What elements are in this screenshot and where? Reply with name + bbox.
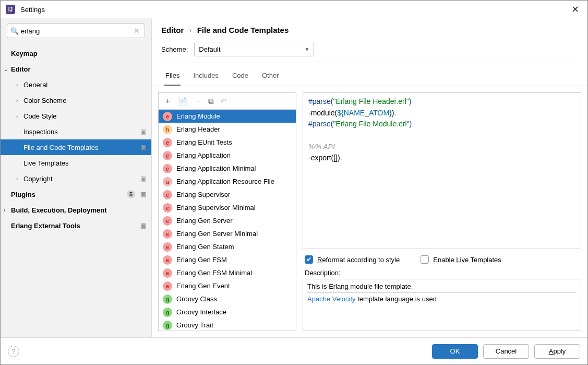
- sidebar-item-live-templates[interactable]: Live Templates: [1, 155, 151, 171]
- template-item[interactable]: eErlang Gen Event: [159, 279, 296, 292]
- sidebar-item-copyright[interactable]: ›Copyright▣: [1, 171, 151, 186]
- ok-button[interactable]: OK: [432, 344, 478, 359]
- template-item[interactable]: eErlang EUnit Tests: [159, 136, 296, 149]
- template-name: Erlang Supervisor: [176, 191, 230, 198]
- workarea: ＋ 📄 － ⧉ ↶ eErlang ModulehErlang HeadereE…: [152, 86, 587, 337]
- project-scope-icon: ▣: [140, 144, 146, 151]
- breadcrumb-root[interactable]: Editor: [161, 26, 184, 34]
- template-editor[interactable]: #parse("Erlang File Header.erl") -module…: [303, 92, 581, 249]
- template-item[interactable]: gGroovy Class: [159, 292, 296, 305]
- search-field[interactable]: 🔍 ✕: [7, 23, 145, 38]
- scheme-select[interactable]: Default ▼: [194, 42, 314, 56]
- sidebar-item-inspections[interactable]: Inspections▣: [1, 124, 151, 139]
- sidebar-item-file-and-code-templates[interactable]: File and Code Templates▣: [1, 139, 151, 155]
- template-toolbar: ＋ 📄 － ⧉ ↶: [159, 93, 296, 110]
- sidebar-item-label: File and Code Templates: [23, 144, 137, 151]
- template-name: Erlang Header: [176, 125, 220, 133]
- filetype-e-icon: e: [163, 190, 172, 199]
- template-item[interactable]: eErlang Application Minimal: [159, 162, 296, 175]
- sidebar-item-general[interactable]: ›General: [1, 77, 151, 92]
- filetype-e-icon: e: [163, 216, 172, 226]
- count-badge: 5: [127, 190, 135, 198]
- filetype-e-icon: e: [163, 151, 172, 160]
- template-item[interactable]: gGroovy Interface: [159, 305, 296, 319]
- template-item[interactable]: hErlang Header: [159, 123, 296, 136]
- main-panel: Editor › File and Code Templates Scheme:…: [152, 18, 587, 337]
- filetype-e-icon: e: [163, 281, 172, 291]
- sidebar-item-color-scheme[interactable]: ›Color Scheme: [1, 92, 151, 108]
- template-name: Erlang Gen FSM Minimal: [176, 269, 252, 277]
- sidebar-item-editor[interactable]: ⌄Editor: [1, 61, 151, 77]
- filetype-e-icon: e: [163, 229, 172, 239]
- template-item[interactable]: eErlang Gen FSM Minimal: [159, 266, 296, 279]
- template-name: Erlang Gen Server: [176, 217, 233, 225]
- template-item[interactable]: eErlang Gen Statem: [159, 240, 296, 253]
- options-row: ✔ Reformat according to style Enable Liv…: [303, 249, 581, 269]
- sidebar-item-label: Build, Execution, Deployment: [11, 206, 146, 214]
- filetype-e-icon: e: [163, 112, 172, 121]
- template-item[interactable]: eErlang Module: [159, 110, 296, 123]
- chevron-right-icon: ›: [16, 113, 23, 119]
- editor-panel: #parse("Erlang File Header.erl") -module…: [303, 92, 581, 331]
- filetype-e-icon: e: [163, 164, 172, 173]
- sidebar-item-erlang-external-tools[interactable]: Erlang External Tools▣: [1, 218, 151, 233]
- sidebar-item-label: Code Style: [23, 112, 146, 120]
- app-logo-icon: IJ: [6, 5, 15, 14]
- enable-live-templates-checkbox[interactable]: Enable Live Templates: [421, 255, 501, 264]
- template-name: Erlang Application: [176, 151, 231, 159]
- sidebar-item-label: Copyright: [23, 175, 137, 183]
- tab-includes[interactable]: Includes: [192, 68, 219, 86]
- template-item[interactable]: eErlang Supervisor Minimal: [159, 201, 296, 214]
- filetype-e-icon: e: [163, 268, 172, 278]
- sidebar-item-plugins[interactable]: Plugins5▣: [1, 186, 151, 202]
- tab-code[interactable]: Code: [231, 68, 249, 86]
- sidebar-item-code-style[interactable]: ›Code Style: [1, 108, 151, 124]
- filetype-e-icon: e: [163, 138, 172, 147]
- tabs: FilesIncludesCodeOther: [152, 63, 587, 86]
- sidebar-item-label: Plugins: [11, 191, 127, 198]
- help-icon[interactable]: ?: [8, 346, 19, 357]
- template-item[interactable]: eErlang Gen Server Minimal: [159, 227, 296, 240]
- filetype-g-icon: g: [163, 308, 172, 317]
- template-name: Erlang Application Resource File: [176, 178, 274, 185]
- filetype-h-icon: h: [163, 125, 172, 134]
- reformat-label: Reformat according to style: [317, 256, 400, 264]
- template-item[interactable]: eErlang Gen FSM: [159, 253, 296, 266]
- apply-button[interactable]: Apply: [534, 344, 580, 359]
- filetype-e-icon: e: [163, 255, 172, 265]
- chevron-right-icon: ›: [16, 82, 23, 88]
- add-template-icon[interactable]: ＋: [164, 96, 172, 106]
- template-item[interactable]: eErlang Gen Server: [159, 214, 296, 227]
- chevron-down-icon: ⌄: [4, 66, 11, 72]
- tab-files[interactable]: Files: [164, 68, 181, 86]
- search-input[interactable]: [19, 27, 132, 35]
- copy-template-icon[interactable]: ⧉: [208, 97, 214, 106]
- project-scope-icon: ▣: [140, 191, 146, 198]
- template-list[interactable]: eErlang ModulehErlang HeadereErlang EUni…: [159, 110, 296, 331]
- window-title: Settings: [20, 6, 568, 14]
- filetype-g-icon: g: [163, 321, 172, 330]
- template-name: Erlang Gen Event: [176, 282, 230, 290]
- template-name: Erlang EUnit Tests: [176, 138, 232, 146]
- sidebar-item-label: General: [23, 81, 146, 89]
- sidebar-item-build-execution-deployment[interactable]: ›Build, Execution, Deployment: [1, 202, 151, 218]
- undo-icon: ↶: [220, 97, 227, 106]
- template-item[interactable]: eErlang Application: [159, 149, 296, 162]
- clear-search-icon[interactable]: ✕: [132, 27, 141, 35]
- velocity-link[interactable]: Apache Velocity: [307, 295, 356, 303]
- template-item[interactable]: aErlang Application Resource File: [159, 175, 296, 188]
- template-item[interactable]: gGroovy Trait: [159, 319, 296, 331]
- chevron-right-icon: ›: [16, 176, 23, 182]
- cancel-button[interactable]: Cancel: [483, 344, 529, 359]
- description-note: Apache Velocity template language is use…: [307, 295, 577, 303]
- sidebar-item-label: Color Scheme: [23, 97, 146, 104]
- sidebar-item-label: Erlang External Tools: [11, 222, 137, 230]
- template-name: Erlang Module: [176, 112, 220, 120]
- sidebar-item-keymap[interactable]: Keymap: [1, 45, 151, 61]
- reformat-checkbox[interactable]: ✔ Reformat according to style: [305, 255, 400, 264]
- close-icon[interactable]: ✕: [568, 4, 582, 15]
- description-box[interactable]: This is Erlang module file template. Apa…: [303, 279, 581, 331]
- tab-other[interactable]: Other: [261, 68, 280, 86]
- filetype-a-icon: a: [163, 177, 172, 186]
- template-item[interactable]: eErlang Supervisor: [159, 188, 296, 201]
